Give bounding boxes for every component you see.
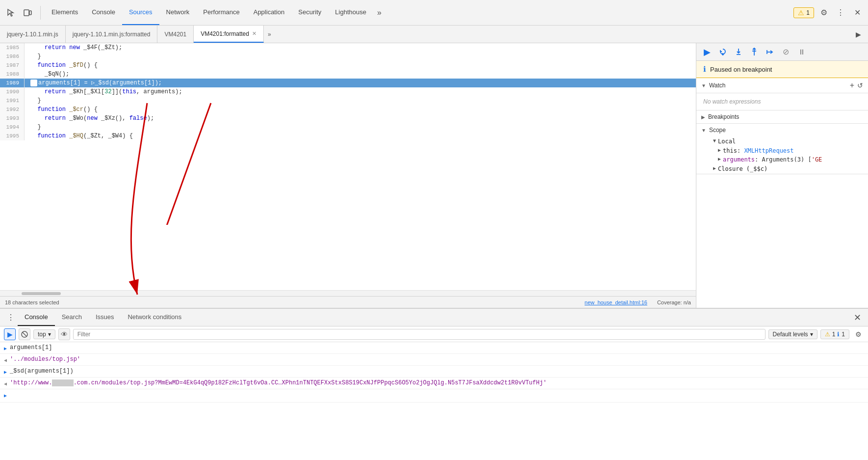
scope-closure: ▶ Closure (_$$c) xyxy=(696,164,868,174)
file-tab-jquery-min[interactable]: jquery-1.10.1.min.js xyxy=(0,26,66,43)
close-tab-icon[interactable]: ✕ xyxy=(252,30,256,37)
step-out-btn[interactable] xyxy=(747,45,761,59)
settings-gear-icon[interactable]: ⚙ xyxy=(817,6,831,20)
file-tab-actions: ▶ xyxy=(852,28,868,40)
input-prompt-icon: ▶ xyxy=(4,393,7,399)
file-tab-action-play-icon[interactable]: ▶ xyxy=(852,28,864,40)
watch-add-icon[interactable]: + xyxy=(850,81,854,90)
debug-panel: ▶ ⊘ ⏸ ℹ Paused on breakpoint xyxy=(696,43,868,308)
console-tabs-row: ⋮ Console Search Issues Network conditio… xyxy=(0,309,868,326)
console-settings-icon[interactable]: ⚙ xyxy=(852,328,864,340)
console-tab-issues[interactable]: Issues xyxy=(89,309,121,326)
deactivate-breakpoints-btn[interactable]: ⊘ xyxy=(779,45,792,59)
console-toolbar: ▶ top ▾ 👁 Default levels ▾ ⚠ 1 ℹ 1 ⚙ xyxy=(0,326,868,342)
expand-arrow-2-icon[interactable]: ▶ xyxy=(4,369,7,375)
code-line-1994: 1994 } xyxy=(0,123,696,132)
code-line-1990: 1990 return _$Kh[_$Xl[32]](this, argumen… xyxy=(0,87,696,96)
local-chevron-icon: ▼ xyxy=(713,138,716,143)
debug-toolbar: ▶ ⊘ ⏸ xyxy=(696,43,868,61)
file-tab-vm4201[interactable]: VM4201 xyxy=(157,26,194,43)
scope-local-header[interactable]: ▼ Local xyxy=(703,136,868,146)
device-toggle-icon[interactable] xyxy=(21,6,34,20)
resume-btn[interactable]: ▶ xyxy=(700,45,714,59)
info-issues-icon: ℹ xyxy=(837,331,840,338)
scope-section: ▼ Scope ▼ Local ▶ this : XMLHttpRequest xyxy=(696,124,868,174)
context-selector[interactable]: top ▾ xyxy=(33,329,55,339)
coverage-link[interactable]: new_house_detail.html:16 xyxy=(585,299,647,305)
watch-label: Watch xyxy=(709,82,726,89)
console-menu-icon[interactable]: ⋮ xyxy=(4,311,18,325)
default-levels-label: Default levels xyxy=(773,331,808,338)
pause-exceptions-btn[interactable]: ⏸ xyxy=(794,45,808,59)
console-input-line[interactable]: ▶ xyxy=(0,389,868,403)
chars-selected-label: 18 characters selected xyxy=(5,299,575,305)
bottom-area: ⋮ Console Search Issues Network conditio… xyxy=(0,308,868,460)
execute-in-context-btn[interactable]: ▶ xyxy=(4,328,16,340)
file-tab-jquery-formatted[interactable]: jquery-1.10.1.min.js:formatted xyxy=(66,26,158,43)
arguments-chevron-icon: ▶ xyxy=(718,156,721,162)
scope-item-this[interactable]: ▶ this : XMLHttpRequest xyxy=(703,146,868,155)
svg-line-11 xyxy=(23,332,26,336)
issue-count: 1 xyxy=(806,9,810,16)
issue-badge[interactable]: ⚠ 1 xyxy=(793,7,814,18)
scope-chevron-icon: ▼ xyxy=(701,128,706,133)
nav-icons xyxy=(4,6,34,20)
this-val: XMLHttpRequest xyxy=(744,147,793,154)
close-devtools-icon[interactable]: ✕ xyxy=(850,6,864,20)
tab-application[interactable]: Application xyxy=(247,0,292,25)
tab-sources[interactable]: Sources xyxy=(122,0,159,25)
console-tab-console[interactable]: Console xyxy=(18,309,55,326)
code-line-1995: 1995 function _$HQ(_$Zt, _$W4) { xyxy=(0,132,696,140)
code-line-1985: 1985 return new _$4F(_$Zt); xyxy=(0,43,696,52)
console-line-3[interactable]: ▶ _$sd(arguments[1]) xyxy=(0,366,868,378)
tab-lighthouse[interactable]: Lighthouse xyxy=(328,0,373,25)
nav-more-icon[interactable]: » xyxy=(373,8,385,17)
arguments-key: arguments xyxy=(723,156,755,163)
step-into-btn[interactable] xyxy=(732,45,745,59)
step-over-btn[interactable] xyxy=(716,45,730,59)
code-line-1992: 1992 function _$cr() { xyxy=(0,105,696,114)
watch-header[interactable]: ▼ Watch + ↺ xyxy=(696,78,868,93)
horizontal-scrollbar[interactable] xyxy=(0,290,696,296)
scope-closure-header[interactable]: ▶ Closure (_$$c) xyxy=(703,164,868,174)
no-watch-label: No watch expressions xyxy=(696,93,868,110)
tab-security[interactable]: Security xyxy=(291,0,328,25)
top-area: 1985 return new _$4F(_$Zt); 1986 } 1987 … xyxy=(0,43,868,308)
eye-filter-btn[interactable]: 👁 xyxy=(58,328,70,340)
tab-console[interactable]: Console xyxy=(85,0,122,25)
more-options-icon[interactable]: ⋮ xyxy=(834,6,847,20)
file-tab-vm4201-formatted[interactable]: VM4201:formatted ✕ xyxy=(194,26,264,43)
console-filter-input[interactable] xyxy=(73,329,766,340)
console-line-4[interactable]: ◀ 'http://www.██████.com.cn/modules/top.… xyxy=(0,378,868,389)
breakpoint-label: Paused on breakpoint xyxy=(710,66,772,73)
default-levels-dropdown[interactable]: Default levels ▾ xyxy=(768,329,817,339)
console-tab-search[interactable]: Search xyxy=(55,309,89,326)
cursor-icon[interactable] xyxy=(4,6,18,20)
coverage-text: Coverage: n/a xyxy=(657,299,691,305)
this-chevron-icon: ▶ xyxy=(718,147,721,153)
console-text-3: _$sd(arguments[1]) xyxy=(10,368,74,375)
levels-chevron-icon: ▾ xyxy=(810,331,813,338)
close-console-icon[interactable]: ✕ xyxy=(850,311,864,325)
file-tabs-more-icon[interactable]: » xyxy=(264,31,275,38)
breakpoints-header[interactable]: ▶ Breakpoints xyxy=(696,110,868,123)
scope-header[interactable]: ▼ Scope xyxy=(696,124,868,136)
tab-performance[interactable]: Performance xyxy=(196,0,246,25)
issues-count-badge[interactable]: ⚠ 1 ℹ 1 xyxy=(820,329,849,339)
info-issues-count: 1 xyxy=(842,331,845,338)
console-line-1[interactable]: ▶ arguments[1] xyxy=(0,342,868,354)
console-tab-network-conditions[interactable]: Network conditions xyxy=(121,309,188,326)
scope-item-arguments[interactable]: ▶ arguments : Arguments(3) ['GE xyxy=(703,155,868,164)
step-btn[interactable] xyxy=(763,45,777,59)
tab-network[interactable]: Network xyxy=(159,0,197,25)
clear-console-btn[interactable] xyxy=(19,328,30,340)
console-text-1: arguments[1] xyxy=(10,344,52,351)
console-input[interactable] xyxy=(10,391,864,400)
code-line-1989[interactable]: 1989 arguments[1] = ▷_$sd(arguments[1]); xyxy=(0,79,696,87)
watch-refresh-icon[interactable]: ↺ xyxy=(857,81,863,89)
expand-arrow-icon[interactable]: ▶ xyxy=(4,346,7,352)
tab-elements[interactable]: Elements xyxy=(45,0,85,25)
console-output[interactable]: ▶ arguments[1] ◀ '../modules/top.jsp' ▶ … xyxy=(0,342,868,460)
console-line-2[interactable]: ◀ '../modules/top.jsp' xyxy=(0,354,868,366)
code-scroll[interactable]: 1985 return new _$4F(_$Zt); 1986 } 1987 … xyxy=(0,43,696,290)
